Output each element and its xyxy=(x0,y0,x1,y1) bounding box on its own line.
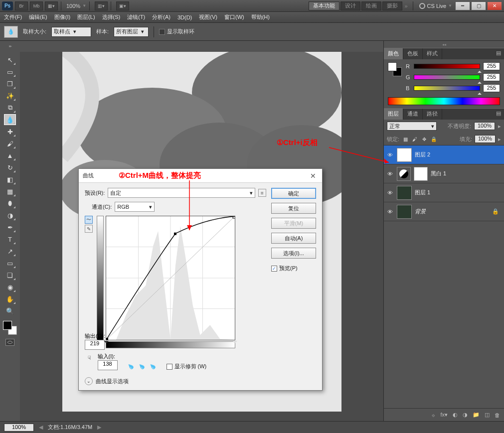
layer-thumb[interactable] xyxy=(397,148,412,162)
layer-row[interactable]: 👁 图层 1 xyxy=(384,183,504,202)
menu-view[interactable]: 视图(V) xyxy=(199,13,217,21)
layers-menu-icon[interactable]: ▤ xyxy=(493,109,504,120)
panel-swatches[interactable] xyxy=(388,62,402,76)
expand-options-icon[interactable]: ⌄ xyxy=(85,377,93,385)
layer-name[interactable]: 黑白 1 xyxy=(431,170,502,177)
cslive-button[interactable]: CS Live▼ xyxy=(419,3,452,9)
tab-styles[interactable]: 样式 xyxy=(423,48,442,59)
layer-name[interactable]: 图层 1 xyxy=(415,189,502,196)
wand-tool[interactable]: ✨ xyxy=(4,90,16,101)
menu-3d[interactable]: 3D(D) xyxy=(177,14,192,20)
channel-dropdown[interactable]: RGB▾ xyxy=(115,202,155,212)
menu-file[interactable]: 文件(F) xyxy=(4,13,22,21)
gray-point-picker[interactable]: 💧 xyxy=(137,362,147,372)
fill-value[interactable]: 100% xyxy=(475,135,496,143)
bridge-button[interactable]: Br xyxy=(15,1,28,10)
opacity-value[interactable]: 100% xyxy=(474,122,495,130)
window-maximize[interactable]: ▢ xyxy=(471,1,486,10)
workspace-photography[interactable]: 摄影 xyxy=(382,1,402,10)
tab-color[interactable]: 颜色 xyxy=(384,48,403,59)
menu-layer[interactable]: 图层(L) xyxy=(77,13,95,21)
lasso-tool[interactable]: ❐ xyxy=(4,78,16,89)
show-clipping-checkbox[interactable]: 显示修剪 (W) xyxy=(167,363,207,370)
b-value[interactable]: 255 xyxy=(483,84,500,92)
lock-all-icon[interactable]: 🔒 xyxy=(430,136,437,143)
ok-button[interactable]: 确定 xyxy=(271,188,316,199)
layer-row[interactable]: 👁 图层 2 xyxy=(384,145,504,164)
black-point-picker[interactable]: 💧 xyxy=(126,362,136,372)
type-tool[interactable]: T xyxy=(4,234,16,245)
link-icon[interactable]: ⟐ xyxy=(432,412,435,418)
input-gradient[interactable] xyxy=(106,341,235,348)
mask-icon[interactable]: ◐ xyxy=(453,412,458,418)
toolbox-grip[interactable] xyxy=(0,44,20,49)
dialog-close-icon[interactable]: ✕ xyxy=(308,172,318,180)
zoom-readout[interactable]: 100% xyxy=(66,3,80,9)
panel-grip[interactable]: ◂◂ xyxy=(384,41,504,48)
window-close[interactable]: ✕ xyxy=(487,1,502,10)
color-strip[interactable] xyxy=(388,97,500,105)
panel-menu-icon[interactable]: ▤ xyxy=(493,48,504,59)
sample-size-dropdown[interactable]: 取样点▾ xyxy=(51,27,91,37)
menu-filter[interactable]: 滤镜(T) xyxy=(127,13,145,21)
minibridge-button[interactable]: Mb xyxy=(30,1,43,10)
g-slider[interactable] xyxy=(414,75,480,80)
quickmask-toggle[interactable] xyxy=(5,339,14,346)
lock-paint-icon[interactable]: 🖌 xyxy=(411,136,418,143)
workspace-design[interactable]: 设计 xyxy=(340,1,360,10)
output-value[interactable]: 219 xyxy=(85,340,105,350)
3d-tool[interactable]: ❏ xyxy=(4,270,16,281)
target-adjust-icon[interactable]: ☟ xyxy=(88,355,91,361)
stamp-tool[interactable]: ▲ xyxy=(4,150,16,161)
crop-tool[interactable]: ⧉ xyxy=(4,102,16,113)
heal-tool[interactable]: ✚ xyxy=(4,126,16,137)
auto-button[interactable]: 自动(A) xyxy=(271,233,316,244)
fx-icon[interactable]: fx▾ xyxy=(440,412,448,418)
r-slider[interactable] xyxy=(414,64,480,69)
zoom-tool[interactable]: 🔍 xyxy=(4,305,16,316)
workspace-essentials[interactable]: 基本功能 xyxy=(309,1,339,10)
view-extras-button[interactable]: ▦▾ xyxy=(45,1,58,10)
3d-camera-tool[interactable]: ◉ xyxy=(4,282,16,292)
menu-edit[interactable]: 编辑(E) xyxy=(29,13,47,21)
group-icon[interactable]: 📁 xyxy=(473,412,480,418)
visibility-icon[interactable]: 👁 xyxy=(386,152,394,158)
color-swatches[interactable] xyxy=(3,321,17,335)
menu-help[interactable]: 帮助(H) xyxy=(251,13,270,21)
hand-tool[interactable]: ✋ xyxy=(4,293,16,304)
layer-thumb[interactable] xyxy=(397,205,412,219)
input-value[interactable]: 138 xyxy=(98,360,118,370)
visibility-icon[interactable]: 👁 xyxy=(386,190,394,196)
layer-row[interactable]: 👁 黑白 1 xyxy=(384,164,504,183)
curve-point-tool[interactable]: 〜 xyxy=(85,216,93,224)
tab-channels[interactable]: 通道 xyxy=(403,109,423,120)
lock-move-icon[interactable]: ✥ xyxy=(421,136,428,143)
menu-analysis[interactable]: 分析(A) xyxy=(152,13,170,21)
window-minimize[interactable]: ━ xyxy=(455,1,470,10)
layer-thumb[interactable] xyxy=(397,186,412,200)
move-tool[interactable]: ↖ xyxy=(4,54,16,65)
curve-graph[interactable] xyxy=(106,216,235,340)
adjustment-icon[interactable]: ◑ xyxy=(463,412,468,418)
screenmode-button[interactable]: ▣▾ xyxy=(116,1,129,10)
path-tool[interactable]: ↗ xyxy=(4,246,16,257)
reset-button[interactable]: 复位 xyxy=(271,203,316,214)
shape-tool[interactable]: ▭ xyxy=(4,258,16,269)
eraser-tool[interactable]: ◧ xyxy=(4,174,16,185)
smooth-button[interactable]: 平滑(M) xyxy=(271,218,316,229)
layer-row[interactable]: 👁 背景 🔒 xyxy=(384,202,504,221)
tab-layers[interactable]: 图层 xyxy=(384,109,403,120)
tab-paths[interactable]: 路径 xyxy=(423,109,442,120)
layer-mask[interactable] xyxy=(414,167,428,181)
g-value[interactable]: 255 xyxy=(483,73,500,81)
preset-dropdown[interactable]: 自定▾ xyxy=(108,188,255,198)
menu-window[interactable]: 窗口(W) xyxy=(224,13,244,21)
menu-select[interactable]: 选择(S) xyxy=(102,13,121,21)
sample-dropdown[interactable]: 所有图层▾ xyxy=(114,27,149,37)
brush-tool[interactable]: 🖌 xyxy=(4,138,16,149)
workspace-painting[interactable]: 绘画 xyxy=(361,1,381,10)
dodge-tool[interactable]: ◑ xyxy=(4,210,16,221)
eyedropper-tool[interactable]: 💧 xyxy=(4,114,16,125)
layer-name[interactable]: 图层 2 xyxy=(415,151,502,158)
new-layer-icon[interactable]: ◫ xyxy=(485,412,490,418)
